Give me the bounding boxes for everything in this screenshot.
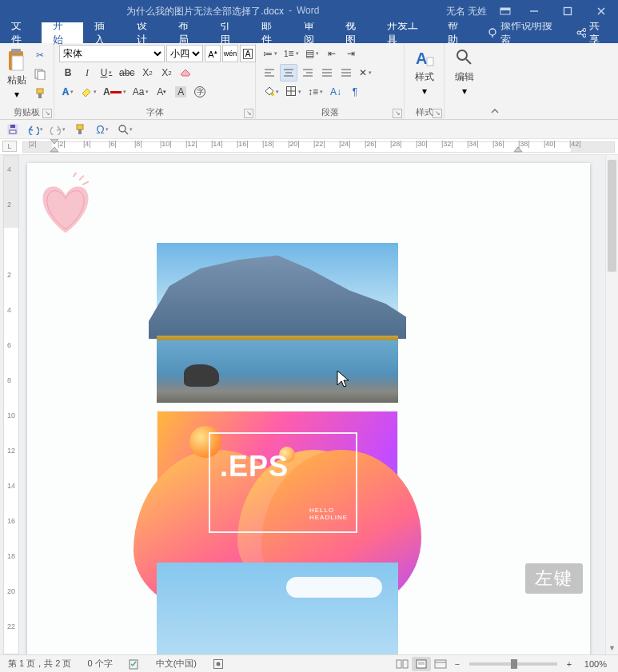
enclose-char-button[interactable]: 字 (191, 83, 209, 101)
svg-rect-1 (500, 8, 510, 10)
clear-format-button[interactable] (177, 64, 194, 82)
vertical-scrollbar[interactable]: ▲ ▼ (605, 155, 618, 654)
font-color-button[interactable]: A▾ (101, 83, 129, 101)
underline-button[interactable]: U▾ (98, 64, 115, 82)
sort-button[interactable]: A↓ (327, 83, 345, 101)
window-minimize[interactable] (517, 0, 551, 22)
save-button[interactable] (5, 121, 21, 137)
brush-icon (34, 88, 46, 99)
decrease-indent-button[interactable]: ⇤ (323, 45, 341, 62)
copy-button[interactable] (31, 66, 49, 83)
tab-mailings[interactable]: 邮件 (250, 22, 292, 43)
styles-launcher[interactable]: ↘ (433, 109, 442, 118)
highlight-button[interactable]: ▾ (78, 83, 99, 101)
font-name-select[interactable]: 宋体 (59, 45, 165, 62)
zoom-in[interactable]: + (562, 659, 576, 669)
document-page[interactable]: .EPS HELLOHEADLINE (27, 163, 590, 654)
paste-button[interactable]: 粘贴 ▾ (5, 45, 28, 100)
format-painter-button[interactable] (31, 85, 49, 102)
tab-layout[interactable]: 布局 (167, 22, 209, 43)
shrink-font-button[interactable]: A▾ (153, 83, 170, 101)
scroll-down-arrow[interactable]: ▼ (606, 642, 618, 654)
status-words[interactable]: 0 个字 (79, 658, 120, 670)
tab-design[interactable]: 设计 (126, 22, 167, 43)
zoom-level[interactable]: 100% (576, 659, 618, 669)
view-web-layout[interactable] (431, 657, 450, 671)
status-page[interactable]: 第 1 页，共 2 页 (0, 658, 79, 670)
image-eps[interactable]: .EPS HELLOHEADLINE (157, 411, 398, 555)
zoom-slider-knob[interactable] (511, 659, 517, 669)
find-icon (455, 48, 474, 69)
status-language[interactable]: 中文(中国) (148, 658, 205, 670)
view-read-mode[interactable] (393, 657, 412, 671)
qat-print-preview[interactable]: ▾ (117, 121, 133, 137)
collapse-ribbon-button[interactable] (484, 43, 505, 119)
undo-button[interactable]: ▾ (27, 121, 43, 137)
align-right-button[interactable] (299, 64, 317, 82)
zoom-out[interactable]: − (450, 659, 464, 669)
char-scale-button[interactable]: ✕▾ (357, 64, 374, 82)
align-left-button[interactable] (261, 64, 278, 82)
cut-button[interactable]: ✂ (31, 46, 49, 64)
redo-button[interactable]: ▾ (50, 121, 66, 137)
char-border-button[interactable]: A (240, 45, 256, 62)
justify-icon (321, 68, 333, 78)
tab-help[interactable]: 帮助 (437, 22, 478, 43)
qat-equation[interactable]: Ω▾ (94, 121, 110, 137)
tab-home[interactable]: 开始 (42, 22, 83, 43)
tab-insert[interactable]: 插入 (83, 22, 125, 43)
tab-file[interactable]: 文件 (0, 22, 42, 43)
char-shading-button[interactable]: A (172, 83, 189, 101)
status-macro[interactable] (205, 658, 232, 670)
justify-button[interactable] (318, 64, 336, 82)
image-snow[interactable] (157, 563, 398, 654)
editing-button[interactable]: 编辑 ▾ (449, 45, 480, 97)
align-center-button[interactable] (280, 64, 297, 82)
increase-indent-button[interactable]: ⇥ (342, 45, 360, 62)
share-button[interactable]: 共享 (566, 22, 618, 43)
window-close[interactable] (584, 0, 618, 22)
ribbon-display-options[interactable] (493, 6, 517, 17)
superscript-button[interactable]: X2 (157, 64, 175, 82)
tab-developer[interactable]: 开发工具 (376, 22, 437, 43)
distribute-button[interactable] (337, 64, 355, 82)
subscript-button[interactable]: X2 (138, 64, 156, 82)
numbering-button[interactable]: 1≡▾ (281, 45, 301, 62)
borders-button[interactable]: ▾ (283, 83, 304, 101)
show-marks-button[interactable]: ¶ (346, 83, 364, 101)
change-case-button[interactable]: Aa▾ (130, 83, 152, 101)
align-left-icon (264, 68, 275, 78)
image-mountain[interactable] (157, 243, 398, 403)
window-maximize[interactable] (551, 0, 584, 22)
status-proofing[interactable] (121, 658, 148, 670)
shading-button[interactable]: ▾ (261, 83, 281, 101)
tell-me[interactable]: 操作说明搜索 (479, 22, 566, 43)
line-spacing-button[interactable]: ↕≡▾ (305, 83, 325, 101)
tab-review[interactable]: 审阅 (293, 22, 334, 43)
scroll-thumb[interactable] (608, 160, 616, 272)
text-effects-button[interactable]: A▾ (59, 83, 77, 101)
svg-point-6 (489, 29, 496, 35)
italic-button[interactable]: I (78, 64, 96, 82)
clipboard-launcher[interactable]: ↘ (42, 109, 52, 118)
vertical-ruler[interactable]: 42246810121416182022 (3, 155, 19, 654)
strike-button[interactable]: abc (117, 64, 137, 82)
tab-selector[interactable]: L (2, 141, 17, 152)
grow-font-button[interactable]: A▴ (205, 45, 221, 62)
paragraph-launcher[interactable]: ↘ (393, 109, 402, 118)
bullets-button[interactable]: ≔▾ (261, 45, 280, 62)
tab-references[interactable]: 引用 (209, 22, 250, 43)
qat-format-painter[interactable] (72, 121, 88, 137)
bold-button[interactable]: B (59, 64, 77, 82)
view-print-layout[interactable] (412, 657, 431, 671)
horizontal-ruler[interactable]: L /* tick labels drawn via JS below */ |… (0, 139, 618, 155)
tab-view[interactable]: 视图 (334, 22, 376, 43)
font-size-select[interactable]: 小四 (166, 45, 203, 62)
zoom-slider[interactable] (469, 662, 557, 666)
multilevel-button[interactable]: ▤▾ (303, 45, 321, 62)
font-launcher[interactable]: ↘ (244, 109, 253, 118)
app-name: Word (297, 5, 319, 18)
svg-line-45 (466, 59, 471, 64)
phonetic-guide-button[interactable]: wén (222, 45, 238, 62)
styles-button[interactable]: A 样式 ▾ (409, 45, 439, 97)
